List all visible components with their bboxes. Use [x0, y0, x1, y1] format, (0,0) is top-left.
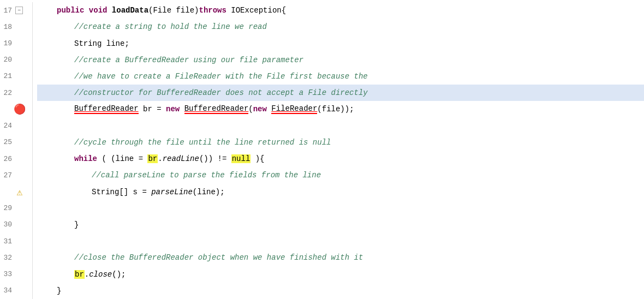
code-area: public void loadData (File file) throws …	[33, 2, 644, 299]
token-loadData: loadData	[112, 6, 148, 15]
code-editor: 17 − 18 19 20 21 22 🔴 24	[0, 0, 644, 299]
gutter-row-20: 20	[0, 52, 32, 68]
code-line-27: //call parseLine to parse the fields fro…	[37, 167, 644, 183]
line-number-32: 32	[0, 254, 14, 262]
gutter-row-30: 30	[0, 217, 32, 233]
line-number-29: 29	[0, 204, 14, 212]
code-line-30: }	[37, 217, 644, 233]
line-number-26: 26	[0, 155, 14, 163]
line-number-31: 31	[0, 237, 14, 246]
gutter-row-29: 29	[0, 200, 32, 217]
token-params: (File file)	[148, 6, 199, 15]
comment-20: //create a BufferedReader using our file…	[74, 56, 303, 64]
error-icon-23: 🔴	[15, 105, 24, 113]
token-parseLine-param: (line);	[193, 188, 225, 196]
token-file-param: (file));	[317, 105, 354, 113]
token-readLine: readLine	[163, 154, 199, 163]
line-number-17: 17	[0, 7, 14, 15]
token-br-23: br	[143, 105, 152, 113]
gutter-row-32: 32	[0, 249, 32, 266]
code-line-26: while ( (line = br . readLine ()) != nul…	[37, 151, 644, 167]
gutter-row-22: 22	[0, 85, 32, 101]
gutter-row-19: 19	[0, 35, 32, 51]
code-line-19: String line;	[37, 35, 644, 51]
fold-icon-17[interactable]: −	[15, 7, 23, 14]
gutter-row-34: 34	[0, 283, 32, 299]
code-line-22: //constructor for BufferedReader does no…	[37, 85, 644, 101]
token-closing-brace-while: }	[74, 220, 79, 229]
token-null-highlighted: null	[231, 154, 251, 163]
token-close-paren: ();	[112, 270, 126, 279]
line-number-20: 20	[0, 56, 14, 64]
line-number-18: 18	[0, 23, 14, 31]
gutter-row-17: 17 −	[0, 2, 32, 19]
code-line-24	[37, 118, 644, 134]
code-line-32: //close the BufferedReader object when w…	[37, 249, 644, 266]
gutter-row-24: 24	[0, 118, 32, 134]
code-line-17: public void loadData (File file) throws …	[37, 2, 644, 19]
line-number-21: 21	[0, 72, 14, 80]
line-number-25: 25	[0, 138, 14, 146]
line-number-33: 33	[0, 270, 14, 278]
comment-25: //cycle through the file until the line …	[74, 138, 331, 147]
token-StringArr: String[] s =	[92, 188, 151, 196]
code-line-20: //create a BufferedReader using our file…	[37, 52, 644, 68]
line-number-19: 19	[0, 39, 14, 47]
line-number-30: 30	[0, 220, 14, 229]
warning-icon-28: ⚠️	[15, 188, 24, 196]
line-number-24: 24	[0, 122, 14, 130]
token-parseLine: parseLine	[151, 188, 193, 196]
token-public: public	[57, 6, 84, 15]
gutter-row-33: 33	[0, 266, 32, 283]
gutter-row-23: 🔴	[0, 101, 32, 117]
code-line-28: String[] s = parseLine (line);	[37, 183, 644, 200]
comment-21: //we have to create a FileReader with th…	[74, 72, 368, 81]
code-line-21: //we have to create a FileReader with th…	[37, 68, 644, 85]
token-String-19: String line;	[74, 39, 129, 48]
code-line-31	[37, 233, 644, 249]
gutter-row-28: ⚠️	[0, 183, 32, 200]
gutter-row-25: 25	[0, 134, 32, 151]
line-gutter: 17 − 18 19 20 21 22 🔴 24	[0, 2, 33, 299]
comment-27: //call parseLine to parse the fields fro…	[92, 171, 321, 180]
gutter-row-18: 18	[0, 19, 32, 35]
gutter-row-21: 21	[0, 68, 32, 85]
token-br-highlighted: br	[147, 154, 158, 163]
code-line-25: //cycle through the file until the line …	[37, 134, 644, 151]
gutter-row-26: 26	[0, 151, 32, 167]
token-BufferedReader-new: BufferedReader	[184, 104, 249, 114]
token-ioexception: IOException{	[226, 6, 286, 15]
token-void: void	[89, 6, 108, 15]
line-number-22: 22	[0, 89, 14, 97]
token-BufferedReader-type: BufferedReader	[74, 104, 139, 114]
comment-18: //create a string to hold the line we re…	[74, 22, 267, 31]
code-line-34: }	[37, 283, 644, 299]
token-new-23a: new	[166, 105, 180, 113]
code-line-29	[37, 200, 644, 217]
comment-32: //close the BufferedReader object when w…	[74, 253, 363, 262]
comment-22: //constructor for BufferedReader does no…	[74, 88, 368, 97]
code-line-23: BufferedReader br = new BufferedReader (…	[37, 101, 644, 117]
token-close: close	[89, 270, 112, 279]
gutter-row-31: 31	[0, 233, 32, 249]
line-number-27: 27	[0, 171, 14, 180]
gutter-row-27: 27	[0, 167, 32, 183]
code-line-33: br . close ();	[37, 266, 644, 283]
token-new-23b: new	[253, 105, 267, 113]
token-FileReader: FileReader	[271, 104, 317, 114]
token-closing-brace-method: }	[57, 286, 61, 295]
line-number-34: 34	[0, 286, 14, 295]
token-throws: throws	[199, 6, 226, 15]
token-while: while	[74, 154, 97, 163]
code-line-18: //create a string to hold the line we re…	[37, 19, 644, 35]
token-br-close-highlighted: br	[74, 270, 85, 279]
